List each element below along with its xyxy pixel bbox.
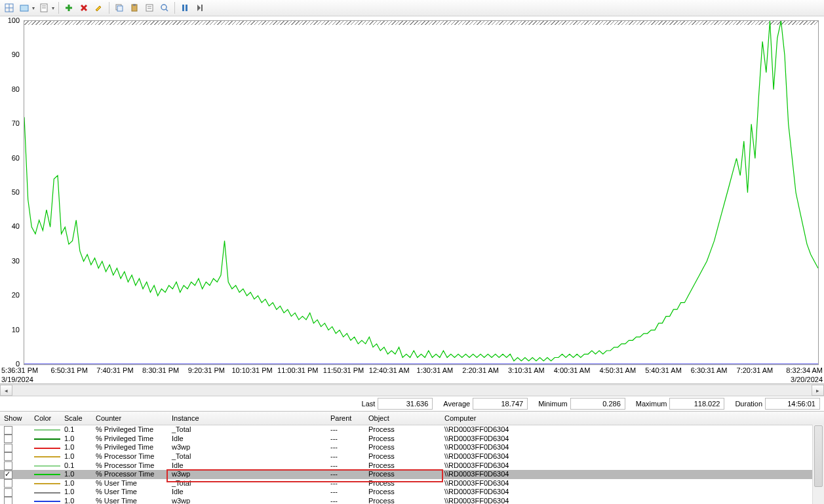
cell-parent: ---	[326, 443, 364, 452]
cell-instance: Idle	[168, 461, 326, 470]
delete-icon[interactable]	[77, 1, 91, 15]
table-row[interactable]: 1.0% User TimeIdle---Process\\RD0003FF0D…	[0, 488, 824, 497]
table-row[interactable]: 1.0% User Time_Total---Process\\RD0003FF…	[0, 479, 824, 488]
cell-instance: w3wp	[168, 470, 326, 479]
last-label: Last	[362, 400, 376, 408]
show-checkbox[interactable]	[4, 488, 12, 497]
paste-icon[interactable]	[127, 1, 142, 15]
view-icon[interactable]	[17, 1, 31, 15]
horizontal-scrollbar[interactable]: ◂ ▸	[0, 384, 824, 397]
svg-rect-23	[201, 5, 203, 11]
x-tick: 8:30:31 PM	[142, 366, 179, 374]
cell-counter: % User Time	[92, 479, 168, 488]
show-checkbox[interactable]	[4, 461, 12, 470]
x-tick: 5:40:31 AM	[645, 366, 682, 374]
show-checkbox[interactable]	[4, 471, 12, 479]
x-tick: 6:50:31 PM	[51, 366, 88, 374]
table-row[interactable]: 0.1% Processor TimeIdle---Process\\RD000…	[0, 461, 824, 470]
scroll-right-icon[interactable]: ▸	[812, 385, 824, 396]
cell-object: Process	[364, 479, 441, 488]
x-tick: 2:20:31 AM	[462, 366, 499, 374]
cell-counter: % Processor Time	[92, 461, 168, 470]
scroll-left-icon[interactable]: ◂	[0, 385, 12, 396]
y-tick: 90	[12, 50, 20, 58]
show-checkbox[interactable]	[4, 435, 12, 443]
show-checkbox[interactable]	[4, 426, 12, 435]
show-checkbox[interactable]	[4, 479, 12, 488]
table-row[interactable]: 1.0% Processor Time_Total---Process\\RD0…	[0, 452, 824, 461]
x-tick: 4:00:31 AM	[554, 366, 591, 374]
table-row[interactable]: 1.0% Privileged TimeIdle---Process\\RD00…	[0, 435, 824, 444]
chart-plot[interactable]	[24, 20, 819, 365]
freeze-icon[interactable]	[178, 1, 192, 15]
x-tick: 4:50:31 AM	[599, 366, 636, 374]
y-tick: 100	[8, 16, 20, 24]
average-label: Average	[443, 400, 470, 408]
cell-object: Process	[364, 452, 441, 461]
show-checkbox[interactable]	[4, 452, 12, 461]
col-parent[interactable]: Parent	[326, 412, 364, 425]
col-color[interactable]: Color	[30, 412, 60, 425]
cell-scale: 0.1	[60, 461, 92, 470]
cell-instance: w3wp	[168, 443, 326, 452]
cell-parent: ---	[326, 435, 364, 444]
x-tick: 1:30:31 AM	[417, 366, 454, 374]
col-computer[interactable]: Computer	[441, 412, 824, 425]
col-counter[interactable]: Counter	[92, 412, 168, 425]
cell-object: Process	[364, 435, 441, 444]
cell-instance: Idle	[168, 435, 326, 444]
x-tick: 7:40:31 PM	[96, 366, 133, 374]
update-icon[interactable]	[193, 1, 207, 15]
svg-rect-20	[182, 5, 184, 11]
minimum-label: Minimum	[538, 400, 568, 408]
color-swatch	[34, 438, 60, 440]
table-row[interactable]: 1.0% Processor Timew3wp---Process\\RD000…	[0, 470, 824, 479]
svg-rect-3	[20, 5, 28, 11]
x-tick: 11:00:31 PM	[277, 366, 318, 374]
color-swatch	[34, 448, 60, 449]
show-checkbox[interactable]	[4, 444, 12, 452]
properties-icon[interactable]	[142, 1, 157, 15]
cell-object: Process	[364, 425, 441, 435]
y-tick: 40	[12, 222, 20, 230]
last-value: 31.636	[378, 398, 433, 410]
grid-icon[interactable]	[2, 1, 16, 15]
y-tick: 50	[12, 188, 20, 196]
copy-icon[interactable]	[112, 1, 127, 15]
chart-area: 0102030405060708090100 5:36:31 PM3/19/20…	[0, 16, 824, 384]
cell-computer: \\RD0003FF0D6304	[441, 461, 824, 470]
cell-parent: ---	[326, 461, 364, 470]
highlight-icon[interactable]	[92, 1, 106, 15]
toolbar: ▾ ▾	[0, 0, 824, 16]
col-scale[interactable]: Scale	[60, 412, 92, 425]
svg-line-19	[166, 9, 168, 11]
cell-object: Process	[364, 461, 441, 470]
report-icon[interactable]	[37, 1, 51, 15]
col-object[interactable]: Object	[364, 412, 441, 425]
col-show[interactable]: Show	[0, 412, 30, 425]
cell-parent: ---	[326, 479, 364, 488]
cell-counter: % Processor Time	[92, 470, 168, 479]
vertical-scrollbar[interactable]	[812, 425, 824, 504]
table-row[interactable]: 1.0% User Timew3wp---Process\\RD0003FF0D…	[0, 497, 824, 504]
y-tick: 80	[12, 85, 20, 93]
col-instance[interactable]: Instance	[168, 412, 326, 425]
cell-object: Process	[364, 497, 441, 504]
zoom-icon[interactable]	[157, 1, 172, 15]
y-tick: 70	[12, 119, 20, 127]
add-icon[interactable]	[62, 1, 76, 15]
cell-counter: % Processor Time	[92, 452, 168, 461]
show-checkbox[interactable]	[4, 497, 12, 504]
table-row[interactable]: 1.0% Privileged Timew3wp---Process\\RD00…	[0, 443, 824, 452]
x-tick: 9:20:31 PM	[188, 366, 225, 374]
y-tick: 30	[12, 257, 20, 265]
x-tick: 10:10:31 PM	[231, 366, 272, 374]
scrollbar-thumb[interactable]	[814, 425, 823, 487]
view-dropdown-icon[interactable]: ▾	[31, 5, 36, 11]
table-row[interactable]: 0.1% Privileged Time_Total---Process\\RD…	[0, 425, 824, 435]
x-axis-labels: 6:50:31 PM7:40:31 PM8:30:31 PM9:20:31 PM…	[24, 366, 819, 383]
cell-counter: % Privileged Time	[92, 435, 168, 444]
svg-rect-15	[146, 5, 153, 11]
report-dropdown-icon[interactable]: ▾	[50, 5, 56, 11]
scrollbar-track[interactable]	[12, 385, 812, 396]
